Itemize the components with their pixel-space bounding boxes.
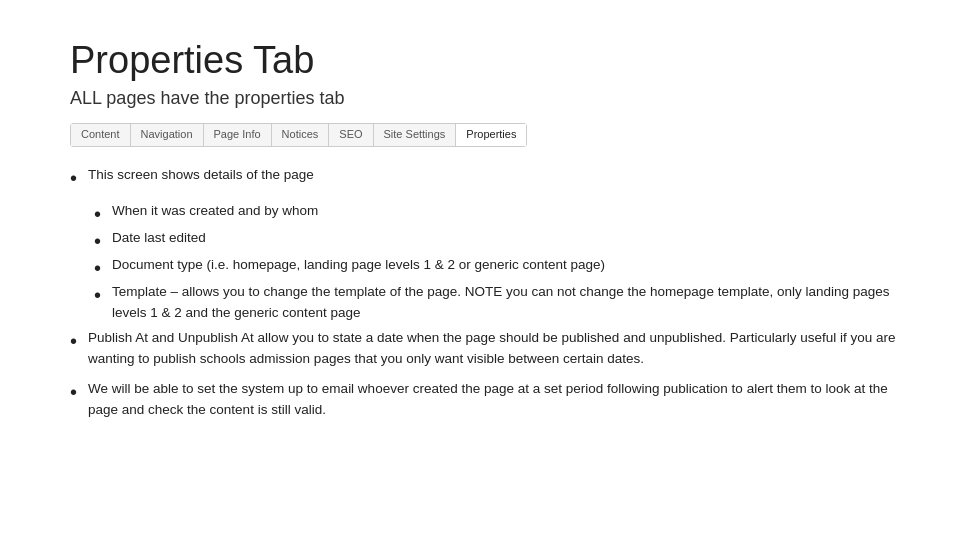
sub-bullet-text-0-2: Document type (i.e. homepage, landing pa…	[112, 255, 900, 276]
bullet-sub-0-0: •When it was created and by whom	[94, 201, 900, 227]
bullet-text-0: This screen shows details of the page	[88, 165, 900, 186]
sub-bullet-dot: •	[94, 201, 112, 227]
bullet-dot: •	[70, 165, 88, 191]
tab-notices[interactable]: Notices	[272, 124, 330, 146]
tab-properties[interactable]: Properties	[456, 124, 526, 146]
bullet-sub-0-3: •Template – allows you to change the tem…	[94, 282, 900, 324]
tab-bar: ContentNavigationPage InfoNoticesSEOSite…	[70, 123, 527, 147]
slide: Properties Tab ALL pages have the proper…	[0, 0, 960, 540]
bullet-sub-0-2: •Document type (i.e. homepage, landing p…	[94, 255, 900, 281]
sub-list-0: •When it was created and by whom•Date la…	[70, 201, 900, 324]
sub-bullet-dot: •	[94, 282, 112, 308]
tab-site-settings[interactable]: Site Settings	[374, 124, 457, 146]
bullet-text-1: Publish At and Unpublish At allow you to…	[88, 328, 900, 370]
page-title: Properties Tab	[70, 40, 900, 82]
bullet-sub-0-1: •Date last edited	[94, 228, 900, 254]
sub-bullet-text-0-0: When it was created and by whom	[112, 201, 900, 222]
tab-page-info[interactable]: Page Info	[204, 124, 272, 146]
sub-bullet-text-0-3: Template – allows you to change the temp…	[112, 282, 900, 324]
bullet-main-1: •Publish At and Unpublish At allow you t…	[70, 328, 900, 370]
content-area: •This screen shows details of the page•W…	[70, 165, 900, 510]
sub-bullet-dot: •	[94, 255, 112, 281]
sub-bullet-text-0-1: Date last edited	[112, 228, 900, 249]
tab-navigation[interactable]: Navigation	[131, 124, 204, 146]
bullet-dot: •	[70, 328, 88, 354]
subtitle: ALL pages have the properties tab	[70, 88, 900, 109]
tab-content[interactable]: Content	[71, 124, 131, 146]
bullet-main-2: •We will be able to set the system up to…	[70, 379, 900, 421]
bullet-dot: •	[70, 379, 88, 405]
sub-bullet-dot: •	[94, 228, 112, 254]
bullet-text-2: We will be able to set the system up to …	[88, 379, 900, 421]
bullet-main-0: •This screen shows details of the page	[70, 165, 900, 191]
tab-seo[interactable]: SEO	[329, 124, 373, 146]
